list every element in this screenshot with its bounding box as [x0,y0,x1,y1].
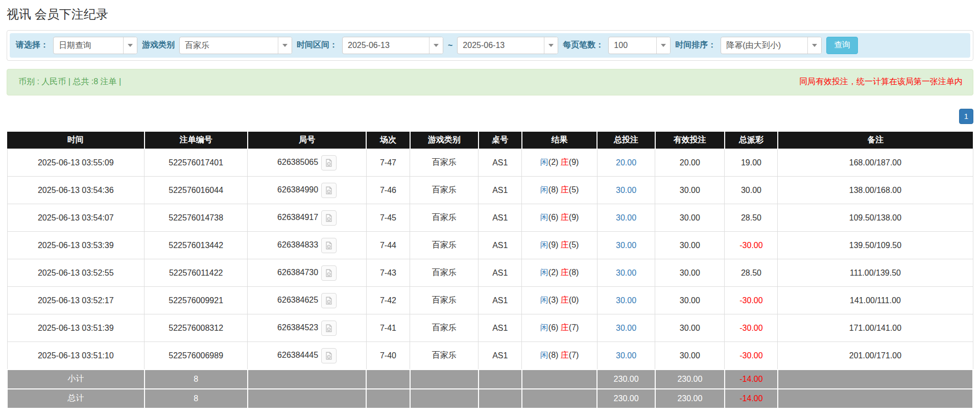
cell-valid-bet: 30.00 [655,314,725,342]
date-from-dropdown-button[interactable] [429,37,443,54]
video-replay-button[interactable] [321,265,337,281]
game-type-select[interactable]: 百家乐 [179,37,292,54]
time-sort-dropdown-button[interactable] [807,37,821,54]
video-replay-button[interactable] [321,238,337,253]
video-replay-button[interactable] [321,348,337,363]
page-size-label: 每页笔数： [563,40,604,51]
table-row: 2025-06-13 03:53:39 522576013442 6263848… [7,232,973,259]
video-replay-button[interactable] [321,155,337,170]
page-size-select[interactable]: 100 [608,37,671,54]
total-bet-link[interactable]: 20.00 [616,158,636,167]
cell-total-bet: 30.00 [597,342,655,370]
cell-table-no: AS1 [479,287,522,314]
table-row: 2025-06-13 03:51:39 522576008312 6263845… [7,314,973,342]
pagination: 1 [7,109,973,124]
column-header: 总派彩 [725,132,778,149]
cell-result: 闲(9) 庄(5) [522,232,597,259]
banker-score: (7) [569,351,579,359]
cell-round-id: 626385065 [248,149,367,177]
cell-round-id: 626384990 [248,177,367,204]
cell-remark: 111.00/139.50 [778,259,973,287]
query-type-select[interactable]: 日期查询 [53,37,137,54]
cell-time: 2025-06-13 03:54:36 [7,177,145,204]
video-replay-button[interactable] [321,210,337,226]
column-header: 游戏类别 [410,132,479,149]
cell-payout: 28.50 [725,204,778,232]
total-bet-link[interactable]: 30.00 [616,351,636,360]
cell-remark: 201.00/171.00 [778,342,973,370]
round-id: 626384523 [277,323,318,332]
query-type-label: 请选择： [16,40,49,51]
video-replay-button[interactable] [321,293,337,308]
query-type-value: 日期查询 [54,37,123,54]
video-file-icon [324,186,333,195]
player-score: (2) [548,268,559,277]
date-to-picker[interactable]: 2025-06-13 [457,37,558,54]
video-replay-button[interactable] [321,321,337,336]
banker-score: (8) [569,268,579,277]
banker-score: (0) [569,296,579,304]
page-size-dropdown-button[interactable] [656,37,670,54]
cell-remark: 109.50/138.00 [778,204,973,232]
cell-result: 闲(6) 庄(7) [522,314,597,342]
footer-count: 8 [145,370,248,389]
footer-empty-session [366,370,410,389]
footer-empty-table [479,370,522,389]
player-score: (6) [548,213,559,222]
query-type-dropdown-button[interactable] [123,37,137,54]
cell-total-bet: 30.00 [597,204,655,232]
page-1-button[interactable]: 1 [959,109,973,124]
footer-payout: -14.00 [725,370,778,389]
filter-panel: 请选择： 日期查询 游戏类别 百家乐 时间区间： 2025-06-13 ~ 20… [7,30,973,61]
player-label: 闲 [540,213,548,222]
search-button[interactable]: 查询 [826,37,858,54]
footer-count: 8 [145,389,248,408]
cell-remark: 138.00/168.00 [778,177,973,204]
cell-game-type: 百家乐 [410,287,479,314]
cell-bet-id: 522576017401 [145,149,248,177]
cell-time: 2025-06-13 03:51:10 [7,342,145,370]
total-bet-link[interactable]: 30.00 [616,268,636,277]
banker-label: 庄 [561,268,569,277]
time-sort-select[interactable]: 降幂(由大到小) [721,37,822,54]
footer-empty-remark [778,370,973,389]
chevron-down-icon [128,44,133,47]
cell-time: 2025-06-13 03:52:17 [7,287,145,314]
total-bet-link[interactable]: 30.00 [616,324,636,332]
column-header: 场次 [366,132,410,149]
game-type-label: 游戏类别 [142,40,175,51]
chevron-down-icon [434,44,439,47]
chevron-down-icon [282,44,288,47]
cell-table-no: AS1 [479,259,522,287]
table-header: 时间注单编号局号场次游戏类别桌号结果总投注有效投注总派彩备注 [7,132,973,149]
total-bet-link[interactable]: 30.00 [616,213,636,222]
game-type-dropdown-button[interactable] [278,37,292,54]
total-bet-link[interactable]: 30.00 [616,296,636,305]
cell-remark: 139.50/109.50 [778,232,973,259]
video-replay-button[interactable] [321,183,337,198]
banker-label: 庄 [561,185,569,194]
video-file-icon [324,351,333,360]
video-file-icon [324,296,333,305]
date-from-picker[interactable]: 2025-06-13 [342,37,443,54]
page-title: 视讯 会员下注纪录 [7,7,973,22]
player-score: (9) [548,240,559,249]
date-to-dropdown-button[interactable] [544,37,558,54]
player-label: 闲 [540,296,548,304]
cell-bet-id: 522576016044 [145,177,248,204]
total-bet-link[interactable]: 30.00 [616,241,636,250]
cell-time: 2025-06-13 03:51:39 [7,314,145,342]
cell-total-bet: 30.00 [597,259,655,287]
cell-result: 闲(8) 庄(7) [522,342,597,370]
banker-label: 庄 [561,158,569,166]
page: 视讯 会员下注纪录 请选择： 日期查询 游戏类别 百家乐 时间区间： 2025-… [0,7,980,409]
footer-valid-bet: 230.00 [655,389,725,408]
summary-note: 同局有效投注，统一计算在该局第一张注单内 [799,77,963,87]
total-bet-link[interactable]: 30.00 [616,186,636,194]
cell-round-id: 626384833 [248,232,367,259]
cell-game-type: 百家乐 [410,342,479,370]
table-body: 2025-06-13 03:55:09 522576017401 6263850… [7,149,973,370]
video-file-icon [324,268,333,278]
column-header: 总投注 [597,132,655,149]
cell-round-id: 626384730 [248,259,367,287]
